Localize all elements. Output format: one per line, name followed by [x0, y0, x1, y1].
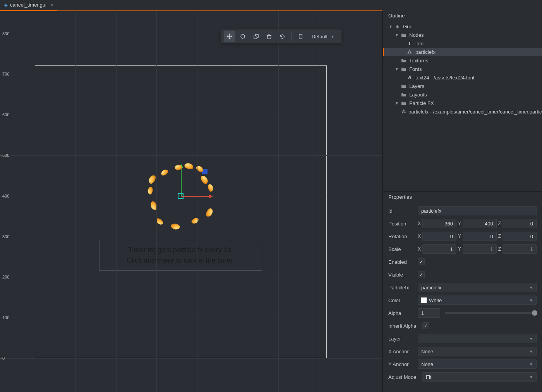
prop-label-enabled: Enabled: [388, 259, 418, 265]
chevron-down-icon: ▼: [529, 362, 533, 366]
grid-line: [75, 11, 76, 392]
particlefx-select[interactable]: particlefx▼: [418, 283, 537, 292]
prop-label-alpha: Alpha: [388, 310, 418, 316]
svg-rect-1: [254, 36, 257, 39]
x-anchor-select[interactable]: None▼: [418, 347, 537, 356]
grid-line: [0, 74, 382, 74]
text-icon: T: [406, 41, 413, 46]
refresh-button[interactable]: [276, 31, 288, 42]
erase-tool-button[interactable]: [263, 31, 275, 42]
scale-y-input[interactable]: [463, 244, 497, 254]
position-y-input[interactable]: [463, 219, 497, 228]
font-icon: A: [406, 75, 413, 80]
prop-label-inherit: Inherit Alpha: [388, 323, 422, 329]
layout-dropdown[interactable]: Default ▼: [308, 34, 338, 40]
prop-label-rotation: Rotation: [388, 234, 418, 239]
chevron-down-icon: ▼: [331, 34, 334, 39]
outline-item-textures[interactable]: Textures: [383, 56, 542, 65]
caret-icon: ▼: [394, 67, 399, 71]
outline-item-particlefx[interactable]: ⁂particlefx - /examples/timer/cancel_tim…: [383, 107, 542, 116]
color-select[interactable]: White▼: [418, 296, 537, 305]
outline-item-layers[interactable]: Layers: [383, 82, 542, 90]
scale-z-input[interactable]: [503, 244, 537, 254]
move-tool-button[interactable]: [224, 31, 235, 42]
grid-line: [278, 11, 279, 392]
svg-point-0: [241, 34, 245, 38]
prop-label-color: Color: [388, 297, 418, 303]
folder-icon: [400, 58, 407, 63]
scale-x-input[interactable]: [422, 244, 456, 254]
rotation-z-input[interactable]: [503, 232, 537, 241]
outline-item-fonts[interactable]: ▼Fonts: [383, 65, 542, 73]
grid-line: [319, 11, 319, 392]
y-anchor-select[interactable]: None▼: [418, 359, 537, 369]
adjust-mode-select[interactable]: Fit▼: [422, 372, 537, 382]
close-icon[interactable]: ×: [50, 2, 53, 8]
enabled-checkbox[interactable]: ✓: [418, 258, 425, 265]
tab-bar: ◈ cancel_timer.gui ×: [0, 0, 542, 10]
alpha-slider[interactable]: [445, 312, 537, 314]
position-x-input[interactable]: [422, 219, 456, 228]
prop-label-scale: Scale: [388, 246, 418, 252]
scene-bounds: [35, 65, 327, 358]
outline-item-particlefx[interactable]: ⁂particlefx: [383, 48, 542, 56]
outline-item-gui[interactable]: ▼◈Gui: [383, 22, 542, 31]
info-line: Timer triggers particle fx every 1s.: [107, 245, 254, 255]
prop-label-layer: Layer: [388, 336, 418, 342]
properties-title: Properties: [383, 192, 542, 202]
grid-line: [0, 358, 382, 359]
rotate-tool-button[interactable]: [237, 31, 249, 42]
outline-item-info[interactable]: Tinfo: [383, 39, 542, 48]
grid-line: [0, 196, 382, 196]
rotation-y-input[interactable]: [463, 232, 497, 241]
outline-label: particlefx: [415, 49, 436, 55]
z-label: Z: [498, 221, 501, 226]
grid-line: [35, 11, 35, 392]
chevron-down-icon: ▼: [529, 285, 533, 290]
scale-tool-button[interactable]: [250, 31, 262, 42]
particle-icon: ⁂: [406, 49, 413, 55]
rotation-x-input[interactable]: [422, 232, 456, 241]
grid-line: [0, 155, 382, 156]
outline-label: text24 - /assets/text24.font: [415, 75, 474, 81]
tab-title: cancel_timer.gui: [10, 2, 46, 8]
file-tab[interactable]: ◈ cancel_timer.gui ×: [0, 0, 57, 10]
prop-label-yanchor: Y Anchor: [388, 361, 418, 367]
grid-line: [0, 115, 382, 115]
grid-line: [238, 11, 238, 392]
layout-icon: [295, 31, 306, 42]
chevron-down-icon: ▼: [529, 349, 533, 354]
outline-tree: ▼◈Gui▼NodesTinfo⁂particlefxTextures▼Font…: [383, 21, 542, 117]
id-input[interactable]: [418, 206, 537, 215]
chevron-down-icon: ▼: [529, 337, 533, 341]
outline-item-particle[interactable]: ▼Particle FX: [383, 99, 542, 107]
separator: [291, 32, 292, 41]
outline-label: Fonts: [409, 66, 422, 72]
outline-item-text24[interactable]: Atext24 - /assets/text24.font: [383, 73, 542, 82]
alpha-input[interactable]: [418, 308, 440, 318]
outline-item-layouts[interactable]: Layouts: [383, 90, 542, 99]
folder-icon: [400, 84, 407, 88]
grid-line: [197, 11, 197, 392]
outline-label: info: [415, 41, 424, 46]
caret-icon: ▼: [388, 24, 393, 29]
position-z-input[interactable]: [503, 219, 537, 228]
inherit-alpha-checkbox[interactable]: ✓: [422, 322, 429, 329]
layout-label: Default: [312, 34, 328, 40]
prop-label-id: Id: [388, 208, 418, 214]
visible-checkbox[interactable]: ✓: [418, 271, 425, 278]
outline-title: Outline: [383, 10, 542, 21]
scene-view[interactable]: Timer triggers particle fx every 1s. Cli…: [0, 10, 382, 392]
chevron-down-icon: ▼: [529, 375, 533, 379]
folder-icon: [400, 101, 407, 105]
layer-select[interactable]: ▼: [418, 334, 537, 343]
outline-label: Gui: [403, 24, 411, 29]
grid-line: [0, 277, 382, 277]
x-label: X: [418, 221, 421, 226]
gui-file-icon: ◈: [4, 2, 8, 8]
caret-icon: ▼: [394, 33, 399, 37]
y-label: Y: [458, 221, 461, 226]
outline-item-nodes[interactable]: ▼Nodes: [383, 31, 542, 39]
grid-line: [0, 318, 382, 318]
prop-label-visible: Visible: [388, 272, 418, 278]
